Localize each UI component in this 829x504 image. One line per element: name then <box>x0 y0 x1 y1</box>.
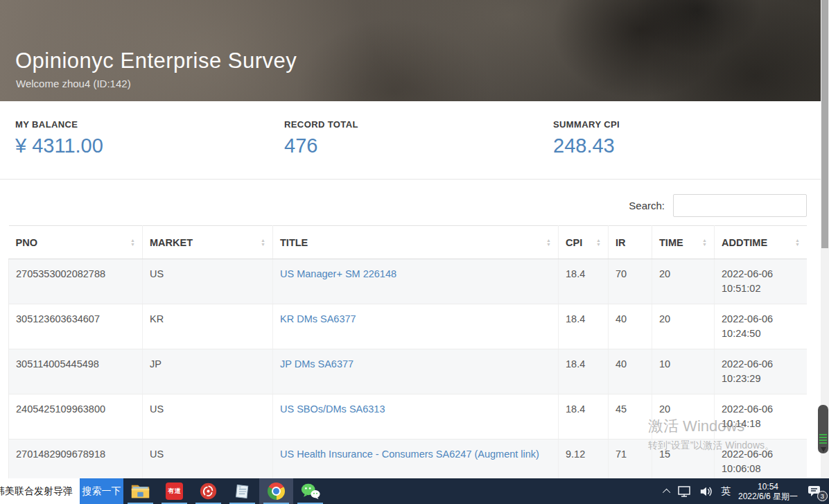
survey-title-link[interactable]: US Manager+ SM 226148 <box>280 268 396 279</box>
welcome-text: Welcome zhou4 (ID:142) <box>16 78 131 89</box>
cell-cpi: 9.12 <box>559 440 609 478</box>
cell-time: 10 <box>652 349 715 394</box>
stat-balance-value: ¥ 4311.00 <box>15 134 103 157</box>
notification-center-button[interactable]: 3 <box>805 483 823 501</box>
stat-record-label: RECORD TOTAL <box>284 119 358 130</box>
table-row: 305114005445498 JP JP DMs SA6377 18.4 40… <box>9 349 808 394</box>
cell-addtime: 2022-06-06 10:14:18 <box>715 394 808 440</box>
stat-summary-cpi: SUMMARY CPI 248.43 <box>553 119 620 157</box>
sort-icon <box>795 238 800 247</box>
cell-addtime: 2022-06-06 10:06:08 <box>715 440 808 478</box>
section-divider <box>0 179 821 180</box>
stat-record-value: 476 <box>284 134 358 157</box>
stat-record-total: RECORD TOTAL 476 <box>284 119 358 157</box>
taskbar-search-button[interactable]: 搜索一下 <box>80 478 123 504</box>
cell-market: JP <box>143 349 273 394</box>
taskbar-clock[interactable]: 10:54 2022/6/6 星期一 <box>738 482 798 501</box>
windows-taskbar: 韩美联合发射导弹 搜索一下 有道 <box>0 478 829 504</box>
network-icon[interactable] <box>678 485 692 498</box>
cell-pno: 2701482909678918 <box>9 440 143 478</box>
cell-pno: 2405425109963800 <box>9 394 143 440</box>
stat-cpi-value: 248.43 <box>553 134 620 157</box>
cell-pno: 305114005445498 <box>9 349 143 394</box>
table-column-header[interactable]: TITLE <box>273 226 559 259</box>
folder-icon <box>131 484 150 499</box>
cell-title: US SBOs/DMs SA6313 <box>273 394 559 440</box>
system-tray: 英 10:54 2022/6/6 星期一 3 <box>665 478 829 504</box>
youdao-icon: 有道 <box>166 483 183 500</box>
stat-balance-label: MY BALANCE <box>15 119 103 130</box>
table-column-header[interactable]: CPI <box>559 226 609 259</box>
taskbar-app-file-explorer[interactable] <box>123 478 157 504</box>
table-column-header[interactable]: IR <box>609 226 652 259</box>
table-column-header[interactable]: MARKET <box>143 226 273 259</box>
browser-page: Opinionyc Enterprise Survey Welcome zhou… <box>0 0 829 478</box>
table-row: 305123603634607 KR KR DMs SA6377 18.4 40… <box>9 304 808 349</box>
page-title: Opinionyc Enterprise Survey <box>15 49 297 73</box>
search-label: Search: <box>629 200 665 211</box>
language-indicator[interactable]: 英 <box>721 485 731 498</box>
column-label: CPI <box>566 237 582 248</box>
cell-ir: 45 <box>609 394 652 440</box>
download-arrow-icon <box>821 447 826 452</box>
cell-title: US Health Insurance - Consumers SA6247 (… <box>273 440 559 478</box>
survey-title-link[interactable]: KR DMs SA6377 <box>280 313 356 324</box>
cell-title: US Manager+ SM 226148 <box>273 259 559 304</box>
clock-date: 2022/6/6 星期一 <box>738 492 798 501</box>
table-search: Search: <box>629 194 807 217</box>
tray-expand-chevron-icon[interactable] <box>663 488 670 496</box>
taskbar-app-netease-music[interactable] <box>191 478 225 504</box>
sort-icon <box>702 238 707 247</box>
taskbar-search-box[interactable]: 韩美联合发射导弹 <box>0 478 80 504</box>
sort-icon <box>261 238 265 247</box>
column-label: MARKET <box>150 237 193 248</box>
download-float-widget[interactable] <box>818 405 828 453</box>
taskbar-app-wechat[interactable] <box>293 478 327 504</box>
taskbar-app-youdao[interactable]: 有道 <box>157 478 191 504</box>
survey-title-link[interactable]: US SBOs/DMs SA6313 <box>280 403 385 415</box>
survey-table: PNO MARKET TITLE CPI IR TIME <box>8 225 807 478</box>
volume-icon[interactable] <box>699 485 713 498</box>
survey-title-link[interactable]: US Health Insurance - Consumers SA6247 (… <box>280 449 539 460</box>
cell-market: US <box>143 259 273 304</box>
cell-cpi: 18.4 <box>559 349 609 394</box>
column-label: IR <box>616 237 626 248</box>
cell-pno: 305123603634607 <box>9 304 143 349</box>
cell-pno: 2705353002082788 <box>9 259 143 304</box>
cell-cpi: 18.4 <box>559 304 609 349</box>
taskbar-search-text: 韩美联合发射导弹 <box>0 485 73 498</box>
download-stripes-icon <box>819 433 827 444</box>
cell-ir: 40 <box>609 349 652 394</box>
wechat-icon <box>301 483 320 500</box>
taskbar-app-notepad[interactable] <box>225 478 259 504</box>
cell-time: 20 <box>652 304 715 349</box>
stat-cpi-label: SUMMARY CPI <box>553 119 620 130</box>
taskbar-app-chrome[interactable] <box>259 478 293 504</box>
table-column-header[interactable]: TIME <box>652 226 715 259</box>
table-column-header[interactable]: PNO <box>9 226 143 259</box>
table-row: 2701482909678918 US US Health Insurance … <box>9 440 808 478</box>
table-column-header[interactable]: ADDTIME <box>715 226 808 259</box>
column-label: TIME <box>659 237 683 248</box>
music-icon <box>200 483 217 500</box>
column-label: PNO <box>16 237 37 248</box>
cell-time: 15 <box>652 440 715 478</box>
cell-market: KR <box>143 304 273 349</box>
cell-title: JP DMs SA6377 <box>273 349 559 394</box>
cell-time: 20 <box>652 394 715 440</box>
stat-balance: MY BALANCE ¥ 4311.00 <box>15 119 103 157</box>
column-label: TITLE <box>280 237 308 248</box>
chrome-icon <box>268 483 285 500</box>
cell-ir: 70 <box>609 259 652 304</box>
sort-icon <box>596 238 601 247</box>
scrollbar-thumb[interactable] <box>821 0 828 248</box>
search-input[interactable] <box>673 194 807 217</box>
cell-cpi: 18.4 <box>559 394 609 440</box>
cell-market: US <box>143 394 273 440</box>
notification-badge: 3 <box>817 491 828 501</box>
cell-ir: 40 <box>609 304 652 349</box>
cell-ir: 71 <box>609 440 652 478</box>
survey-title-link[interactable]: JP DMs SA6377 <box>280 358 354 370</box>
column-label: ADDTIME <box>722 237 767 248</box>
clock-time: 10:54 <box>738 482 798 492</box>
